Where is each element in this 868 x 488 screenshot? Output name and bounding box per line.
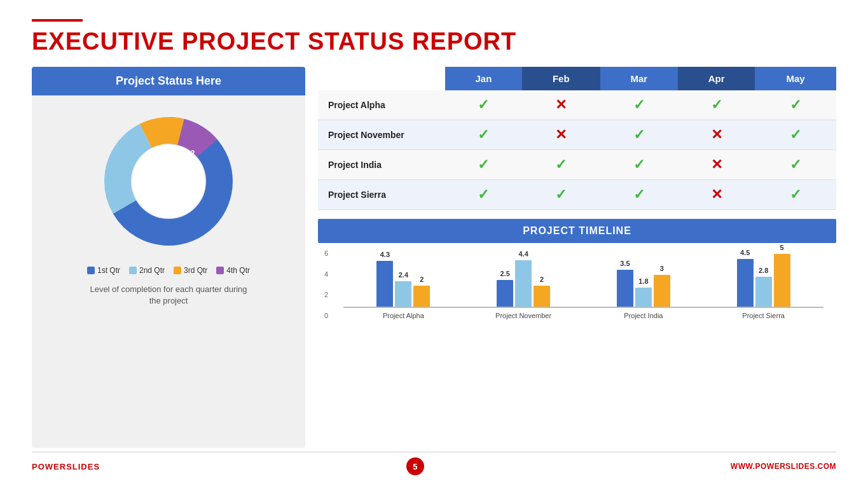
check-icon: ✓: [633, 157, 645, 172]
footer-website: WWW.POWERSLIDES.COM: [731, 462, 836, 471]
page-number: 5: [406, 457, 424, 475]
check-icon: ✓: [555, 157, 567, 172]
status-cell-1-3: ✕: [678, 120, 755, 150]
status-cell-0-1: ✕: [522, 90, 600, 120]
bar-0-2: 2: [413, 286, 430, 307]
cross-icon: ✕: [711, 127, 722, 143]
bar-label-3-2: 5: [780, 244, 784, 251]
brand-black: POWER: [32, 462, 66, 471]
check-icon: ✓: [790, 127, 801, 143]
bar-group-label-2: Project India: [624, 312, 663, 319]
page-title: EXECUTIVE PROJECT STATUS REPORT: [32, 28, 836, 55]
bar-label-2-2: 3: [660, 265, 664, 272]
legend-item-4: 4th Qtr: [216, 266, 250, 275]
bars-0: 4.32.42: [376, 243, 430, 307]
legend-item-3: 3rd Qtr: [174, 266, 207, 275]
check-icon: ✓: [478, 186, 489, 202]
bar-rect-3-2: [774, 254, 790, 307]
bar-group-label-3: Project Sierra: [742, 312, 785, 319]
y-axis: 6 4 2 0: [324, 249, 328, 319]
bar-label-1-2: 2: [540, 275, 544, 283]
status-cell-0-3: ✓: [678, 90, 755, 120]
x-axis-line: [464, 307, 584, 308]
bar-chart-area: 6 4 2 0 4.32.42Project Alpha2.54.42Proje…: [343, 249, 823, 319]
footer: POWERSLIDES 5 WWW.POWERSLIDES.COM: [32, 452, 836, 475]
bar-0-1: 2.4: [395, 281, 411, 307]
bar-label-0-1: 2.4: [399, 271, 408, 279]
check-icon: ✓: [711, 97, 722, 113]
segment-label-1: 8.2: [186, 180, 197, 190]
legend-dot-1: [87, 267, 95, 274]
bar-rect-1-2: [534, 286, 550, 307]
left-panel-body: 8.2 3.2 1.4 1.2 1st Qtr 2nd Qtr: [32, 95, 305, 448]
status-cell-2-3: ✕: [678, 150, 755, 180]
month-apr: Apr: [678, 67, 755, 90]
status-cell-3-1: ✓: [522, 180, 600, 210]
status-cell-3-4: ✓: [755, 180, 836, 210]
status-cell-2-1: ✓: [522, 150, 600, 180]
check-icon: ✓: [790, 157, 801, 172]
bar-rect-1-0: [497, 280, 513, 307]
bar-3-0: 4.5: [737, 259, 754, 307]
main-content: Project Status Here: [32, 67, 836, 448]
bar-label-0-2: 2: [420, 275, 424, 283]
check-icon: ✓: [633, 186, 645, 202]
cross-icon: ✕: [711, 157, 722, 172]
bar-3-1: 2.8: [755, 277, 772, 307]
title-red: STATUS REPORT: [308, 28, 516, 55]
legend-item-2: 2nd Qtr: [129, 266, 165, 275]
check-icon: ✓: [478, 127, 489, 143]
check-icon: ✓: [633, 97, 645, 113]
bars-2: 3.51.83: [617, 243, 670, 307]
check-icon: ✓: [790, 186, 801, 202]
project-name-3: Project Sierra: [318, 180, 445, 210]
project-name-0: Project Alpha: [318, 90, 445, 120]
bar-1-1: 4.4: [515, 260, 532, 307]
bar-rect-3-0: [737, 259, 754, 307]
bar-group-0: 4.32.42Project Alpha: [343, 243, 464, 319]
bar-group-1: 2.54.42Project November: [464, 243, 584, 319]
bars-3: 4.52.85: [737, 243, 790, 307]
bar-label-0-0: 4.3: [380, 251, 390, 258]
cross-icon: ✕: [555, 127, 567, 143]
bar-rect-0-0: [376, 261, 393, 307]
bar-3-2: 5: [774, 254, 790, 307]
bars-1: 2.54.42: [497, 243, 550, 307]
x-axis-line: [584, 307, 704, 308]
status-cell-0-4: ✓: [755, 90, 836, 120]
month-jan: Jan: [445, 67, 522, 90]
title-black: EXECUTIVE PROJECT: [32, 28, 308, 55]
status-cell-1-2: ✓: [600, 120, 679, 150]
timeline-section: PROJECT TIMELINE 6 4 2 0 4.32.42Project …: [318, 219, 836, 322]
bar-label-3-0: 4.5: [740, 249, 750, 256]
segment-label-2: 3.2: [142, 199, 154, 209]
bar-2-2: 3: [654, 275, 670, 307]
status-cell-0-2: ✓: [600, 90, 679, 120]
status-cell-2-2: ✓: [600, 150, 679, 180]
bar-label-1-0: 2.5: [500, 270, 509, 277]
bar-chart-wrapper: 6 4 2 0 4.32.42Project Alpha2.54.42Proje…: [318, 243, 836, 322]
bar-rect-0-1: [395, 281, 411, 307]
status-cell-2-4: ✓: [755, 150, 836, 180]
bar-group-label-0: Project Alpha: [383, 312, 424, 319]
project-name-2: Project India: [318, 150, 445, 180]
check-icon: ✓: [633, 127, 645, 143]
bar-0-0: 4.3: [376, 261, 393, 307]
bar-1-2: 2: [534, 286, 550, 307]
month-may: May: [755, 67, 836, 90]
cross-icon: ✕: [555, 97, 567, 113]
month-mar: Mar: [600, 67, 679, 90]
check-icon: ✓: [478, 157, 489, 172]
donut-svg: 8.2 3.2 1.4 1.2: [95, 108, 242, 254]
cross-icon: ✕: [711, 186, 722, 202]
status-cell-3-2: ✓: [600, 180, 679, 210]
status-cell-1-4: ✓: [755, 120, 836, 150]
legend-dot-2: [129, 267, 137, 274]
left-panel: Project Status Here: [32, 67, 305, 448]
status-table: Jan Feb Mar Apr May Project Alpha✓✕✓✓✓Pr…: [318, 67, 836, 210]
right-panel: Jan Feb Mar Apr May Project Alpha✓✕✓✓✓Pr…: [318, 67, 836, 448]
legend-label-1: 1st Qtr: [97, 266, 120, 275]
bar-2-0: 3.5: [617, 270, 633, 307]
bar-label-2-1: 1.8: [638, 277, 648, 285]
footer-brand: POWERSLIDES: [32, 462, 100, 471]
